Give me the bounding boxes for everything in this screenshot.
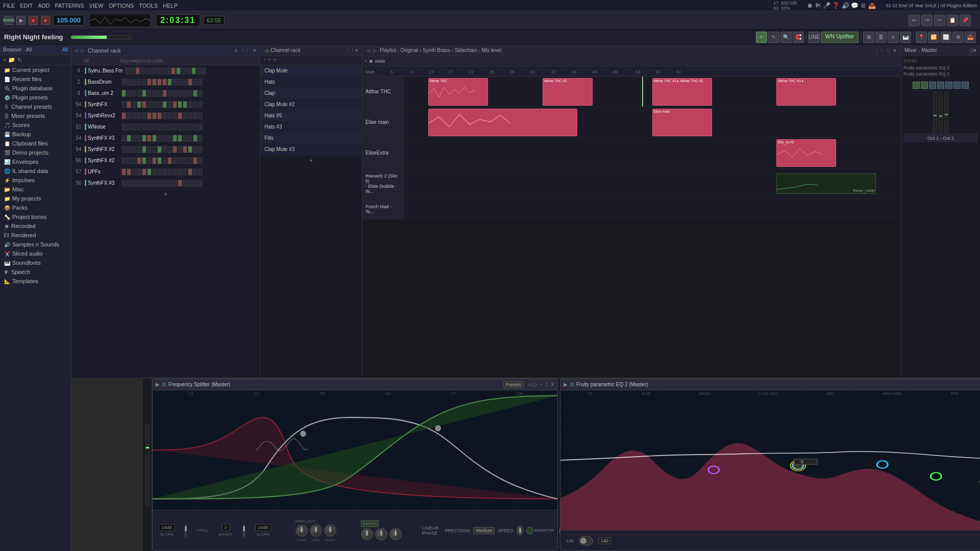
freq-presets-btn[interactable]: Presets	[503, 381, 524, 388]
eq-content[interactable]: C1SUBBASSLOW MIDMIDHIGH MIDPRETREBLE	[560, 390, 980, 530]
pad-2-9[interactable]	[167, 90, 172, 97]
mid-knob[interactable]	[310, 524, 322, 537]
channel-row-1[interactable]: 2 BassDrum	[71, 77, 260, 88]
sidebar-item-plugin-presets[interactable]: ⚙️Plugin presets	[0, 93, 71, 102]
pad-3-7[interactable]	[157, 101, 162, 108]
redo-btn[interactable]: ↪	[921, 15, 933, 26]
pad-10-4[interactable]	[142, 180, 146, 187]
pad-9-14[interactable]	[193, 168, 198, 176]
pad-10-1[interactable]	[127, 180, 131, 187]
plugin-label[interactable]: WN Uplifter	[821, 32, 859, 43]
pad-7-12[interactable]	[183, 146, 187, 153]
track-clips-elise[interactable]: Elise main	[403, 107, 901, 137]
sidebar-folder-btn[interactable]: 📁	[8, 57, 15, 63]
pad-1-9[interactable]	[167, 79, 172, 86]
mix-toggle-3[interactable]	[929, 82, 936, 89]
pad-1-12[interactable]	[183, 79, 187, 86]
loop-btn[interactable]: 🔁	[928, 32, 939, 43]
pad-0-7[interactable]	[161, 67, 165, 74]
pad-5-5[interactable]	[147, 123, 152, 131]
freq-minimize[interactable]: −	[540, 382, 543, 387]
menu-item-add[interactable]: ADD	[38, 3, 50, 9]
pad-9-7[interactable]	[157, 168, 162, 176]
sidebar-item-recorded[interactable]: ⏺Recorded	[0, 221, 71, 231]
pad-0-0[interactable]	[125, 67, 130, 74]
pad-2-11[interactable]	[178, 90, 182, 97]
sidebar-item-channel-presets[interactable]: 🎚Channel presets	[0, 102, 71, 111]
pad-7-3[interactable]	[137, 146, 141, 153]
pad-9-1[interactable]	[127, 168, 131, 176]
pad-6-5[interactable]	[147, 135, 152, 142]
pad-10-5[interactable]	[147, 180, 152, 187]
pad-10-10[interactable]	[173, 180, 177, 187]
pad-9-8[interactable]	[162, 168, 167, 176]
pad-6-3[interactable]	[137, 135, 141, 142]
pad-4-12[interactable]	[183, 112, 187, 119]
sidebar-item-soundfonts[interactable]: 🎹Soundfonts	[0, 258, 71, 267]
clip-atthar-4[interactable]: Atthar THC #3 ▸	[776, 78, 836, 106]
export-btn[interactable]: 📤	[965, 32, 976, 43]
pad-8-15[interactable]	[198, 157, 203, 164]
pad-1-14[interactable]	[193, 79, 198, 86]
pad-1-5[interactable]	[147, 79, 152, 86]
pad-2-0[interactable]	[121, 90, 126, 97]
clip-atthar-2[interactable]: Atthar THC #3	[543, 78, 593, 106]
pad-5-8[interactable]	[162, 123, 167, 131]
step-add-item[interactable]: +	[260, 155, 362, 165]
sidebar-item-impulses[interactable]: ⚡Impulses	[0, 176, 71, 185]
pad-1-13[interactable]	[188, 79, 192, 86]
pad-10-2[interactable]	[132, 180, 136, 187]
sidebar-item-il-shared-data[interactable]: 🌐IL shared data	[0, 166, 71, 176]
pad-6-14[interactable]	[193, 135, 198, 142]
pad-2-7[interactable]	[157, 90, 162, 97]
fader-1[interactable]	[933, 92, 937, 133]
pad-7-11[interactable]	[178, 146, 182, 153]
sidebar-item-demo-projects[interactable]: 🎬Demo projects	[0, 148, 71, 157]
pad-8-8[interactable]	[162, 157, 167, 164]
channel-row-6[interactable]: 54 SynthFX #3	[71, 133, 260, 144]
pad-8-14[interactable]	[193, 157, 198, 164]
pad-6-10[interactable]	[173, 135, 177, 142]
clip-elise-2[interactable]: Elise main	[652, 109, 712, 136]
grid-btn[interactable]: ⊞	[863, 32, 874, 43]
freq-prev[interactable]: ◁	[528, 382, 532, 387]
step-item-2[interactable]: Clap	[260, 88, 362, 99]
pad-9-4[interactable]	[142, 168, 146, 176]
plugin2-btn[interactable]: ⚙	[952, 32, 964, 43]
pad-6-9[interactable]	[167, 135, 172, 142]
song-mode-btn[interactable]: SONG	[4, 16, 13, 25]
pad-6-4[interactable]	[142, 135, 146, 142]
channel-row-5[interactable]: 51 WNoise	[71, 121, 260, 133]
sidebar-item-scores[interactable]: 🎵Scores	[0, 120, 71, 130]
lin-toggle[interactable]	[579, 536, 593, 545]
pad-7-15[interactable]	[198, 146, 203, 153]
eq-power[interactable]: ⚙	[570, 382, 574, 387]
step-edit-btn[interactable]: ✏	[273, 57, 277, 64]
send-mid-knob[interactable]	[375, 528, 387, 540]
pad-7-6[interactable]	[152, 146, 157, 153]
pad-4-14[interactable]	[193, 112, 198, 119]
snap-btn[interactable]: 📍	[916, 32, 927, 43]
pad-9-2[interactable]	[132, 168, 136, 176]
pad-5-13[interactable]	[188, 123, 192, 131]
channel-row-8[interactable]: 56 SynthFX #2	[71, 155, 260, 166]
pad-9-13[interactable]	[188, 168, 192, 176]
pad-2-12[interactable]	[183, 90, 187, 97]
freq-next[interactable]: ▷	[534, 382, 538, 387]
menu-item-edit[interactable]: EDIT	[20, 3, 33, 9]
pad-7-10[interactable]	[173, 146, 177, 153]
pad-0-11[interactable]	[181, 67, 186, 74]
sidebar-item-mixer-presets[interactable]: 🎛Mixer presets	[0, 111, 71, 120]
pad-4-2[interactable]	[132, 112, 136, 119]
track-clips-elise-extra[interactable]: Elis_ra #2	[403, 138, 901, 168]
pad-3-1[interactable]	[127, 101, 131, 108]
pad-1-1[interactable]	[127, 79, 131, 86]
pad-4-11[interactable]	[178, 112, 182, 119]
pad-0-3[interactable]	[140, 67, 145, 74]
freq-splitter-power[interactable]: ⚙	[162, 382, 166, 387]
pad-3-4[interactable]	[142, 101, 146, 108]
pad-1-10[interactable]	[173, 79, 177, 86]
pad-8-12[interactable]	[183, 157, 187, 164]
step-item-5[interactable]: Hats #3	[260, 121, 362, 133]
freq-splitter-collapse[interactable]: ▶	[156, 382, 160, 387]
